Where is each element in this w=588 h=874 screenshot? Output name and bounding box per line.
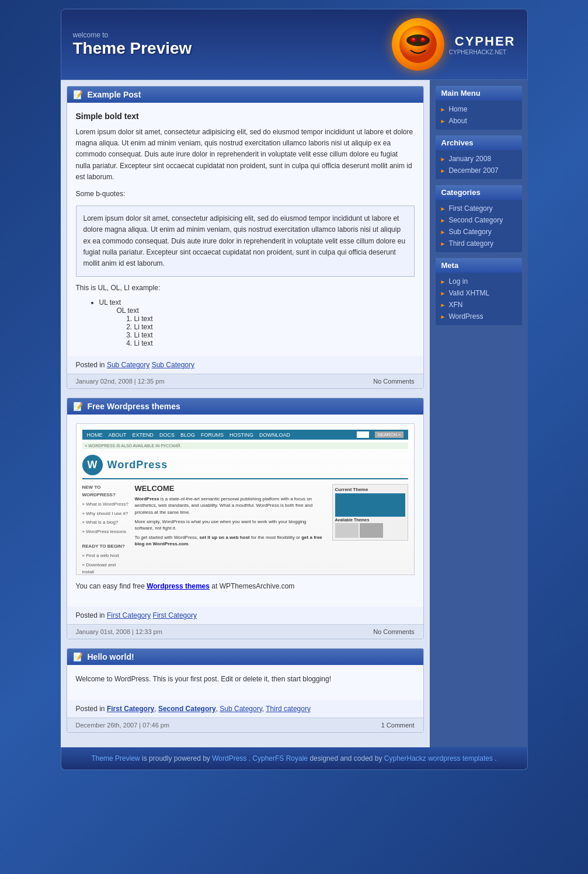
sidebar-item-third-cat[interactable]: ► Third category (436, 238, 522, 249)
header-logo: CYPHER CYPHERHACKZ.NET (392, 18, 516, 71)
cat-link-3-1[interactable]: First Category (107, 705, 154, 713)
arrow-about: ► (440, 118, 446, 124)
ol-list: Li text Li text Li text Li text (117, 315, 415, 347)
sidebar: Main Menu ► Home ► About Archives (430, 80, 528, 747)
sidebar-meta: Meta ► Log in ► Valid XHTML ► XFN (436, 258, 522, 325)
logo-icon (392, 18, 444, 71)
post-2-body: You can easy find free Wordpress themes … (76, 581, 415, 592)
cat-links-3: First Category, Second Category, Sub Cat… (107, 705, 311, 713)
ol-container: OL text Li text Li text Li text Li text (99, 307, 415, 347)
post-2-link[interactable]: Wordpress themes (147, 582, 210, 590)
post-date-3: December 26th, 2007 | 07:46 pm (76, 722, 170, 729)
footer-wp-link[interactable]: WordPress (212, 754, 246, 762)
content-area: 📝 Example Post Simple bold text Lorem ip… (61, 80, 430, 747)
cat-link-3-3[interactable]: Sub Category (220, 705, 262, 713)
footer-theme-link[interactable]: Theme Preview (91, 754, 140, 762)
first-cat-link[interactable]: First Category (153, 611, 197, 619)
cat-link-3-2[interactable]: Second Category (158, 705, 216, 713)
sidebar-item-sub-cat[interactable]: ► Sub Category (436, 226, 522, 238)
sub-cat-sidebar-link[interactable]: Sub Category (448, 228, 491, 236)
svg-point-1 (406, 34, 430, 46)
sidebar-item-login[interactable]: ► Log in (436, 276, 522, 287)
post-hello: 📝 Hello world! Welcome to WordPress. Thi… (67, 648, 424, 732)
wp-logo-text: WordPress (107, 459, 168, 471)
footer-wp-templates-link[interactable]: wordpress templates (428, 754, 493, 762)
wp-nav-hosting: HOSTING (229, 432, 253, 438)
meta-content: ► Log in ► Valid XHTML ► XFN ► WordPress (436, 273, 522, 325)
post-icon-1: 📝 (73, 90, 83, 99)
wordpress-link[interactable]: WordPress (448, 312, 483, 321)
li-item-3: Li text (134, 331, 415, 339)
footer-theme-name-link[interactable]: CypherFS Royale (252, 754, 308, 762)
wp-nav-about: ABOUT (109, 432, 127, 438)
sidebar-item-dec2007[interactable]: ► December 2007 (436, 165, 522, 176)
sidebar-item-wordpress[interactable]: ► WordPress (436, 311, 522, 322)
post-meta-3: December 26th, 2007 | 07:46 pm 1 Comment (67, 718, 423, 732)
sidebar-item-jan2008[interactable]: ► January 2008 (436, 153, 522, 165)
home-link[interactable]: Home (448, 105, 467, 113)
welcome-text: welcome to (73, 31, 192, 39)
post-example: 📝 Example Post Simple bold text Lorem ip… (67, 86, 424, 389)
post-bold-heading: Simple bold text (76, 112, 415, 121)
jan2008-link[interactable]: January 2008 (448, 155, 491, 163)
second-cat-sidebar-link[interactable]: Second Category (448, 216, 503, 224)
third-cat-sidebar-link[interactable]: Third category (448, 239, 493, 248)
comments-link-1[interactable]: No Comments (373, 378, 414, 385)
wp-search-button[interactable]: SEARCH » (375, 431, 403, 438)
post-title-3: Hello world! (88, 652, 134, 661)
xhtml-link[interactable]: Valid XHTML (448, 289, 489, 297)
post-content-2: HOME ABOUT EXTEND DOCS BLOG FORUMS HOSTI… (67, 415, 423, 607)
post-2-text1: You can easy find free (76, 582, 147, 590)
dec2007-link[interactable]: December 2007 (448, 166, 498, 175)
category-link-1[interactable]: Sub Category (107, 361, 149, 369)
blockquote-1: Lorem ipsum dolor sit amet, consectetur … (76, 206, 415, 277)
post-title-bar-2: 📝 Free Wordpress themes (67, 398, 423, 415)
sidebar-item-xfn[interactable]: ► XFN (436, 299, 522, 311)
ol-label: OL text (117, 307, 415, 315)
post-meta-2: January 01st, 2008 | 12:33 pm No Comment… (67, 624, 423, 639)
header-branding: welcome to Theme Preview (73, 31, 192, 58)
logo-name: CYPHER (455, 34, 516, 49)
archives-content: ► January 2008 ► December 2007 (436, 150, 522, 179)
wp-available-notice: » WORDPRESS IS ALSO AVAILABLE IN РУССКИЙ… (82, 443, 408, 449)
wp-current-theme: Current Theme Available Themes (332, 484, 408, 541)
wp-nav-forums: FORUMS (201, 432, 224, 438)
sidebar-main-menu: Main Menu ► Home ► About (436, 86, 522, 130)
sidebar-item-first-cat[interactable]: ► First Category (436, 203, 522, 214)
wp-search-box[interactable] (357, 431, 370, 438)
category-link-2[interactable]: First Category (107, 611, 151, 619)
list-label: This is UL, OL, LI example: (76, 283, 415, 294)
site-title: Theme Preview (73, 39, 192, 57)
logo-subtext: CYPHERHACKZ.NET (449, 49, 516, 55)
archives-title: Archives (436, 135, 522, 150)
sidebar-item-xhtml[interactable]: ► Valid XHTML (436, 287, 522, 299)
comments-link-2[interactable]: No Comments (373, 628, 414, 635)
sidebar-item-home[interactable]: ► Home (436, 103, 522, 115)
list-container: UL text OL text Li text Li text Li text … (88, 298, 415, 347)
login-link[interactable]: Log in (448, 277, 468, 285)
comments-link-3[interactable]: 1 Comment (381, 722, 415, 729)
footer-cypherhackz-link[interactable]: CypherHackz (384, 754, 426, 762)
arrow-jan2008: ► (440, 156, 446, 162)
xfn-link[interactable]: XFN (448, 301, 462, 309)
post-footer-1: Posted in Sub Category Sub Category (67, 356, 423, 374)
post-date-2: January 01st, 2008 | 12:33 pm (76, 628, 162, 635)
sidebar-item-about[interactable]: ► About (436, 115, 522, 127)
post-paragraph-1: Lorem ipsum dolor sit amet, consectetur … (76, 127, 415, 183)
wp-body: NEW TO WORDPRESS? » What is WordPress? »… (82, 484, 408, 574)
about-link[interactable]: About (448, 117, 467, 125)
ul-list: UL text OL text Li text Li text Li text … (88, 298, 415, 347)
post-title-bar-1: 📝 Example Post (67, 86, 423, 103)
main-menu-content: ► Home ► About (436, 100, 522, 130)
first-cat-sidebar-link[interactable]: First Category (448, 204, 492, 213)
categories-title: Categories (436, 185, 522, 200)
cat-link-3-4[interactable]: Third category (266, 705, 311, 713)
sidebar-item-second-cat[interactable]: ► Second Category (436, 214, 522, 226)
main-menu-title: Main Menu (436, 86, 522, 100)
wp-screenshot-inner: HOME ABOUT EXTEND DOCS BLOG FORUMS HOSTI… (76, 424, 414, 574)
categories-content: ► First Category ► Second Category ► Sub… (436, 200, 522, 252)
post-footer-3: Posted in First Category, Second Categor… (67, 700, 423, 718)
sub-cat-link[interactable]: Sub Category (152, 361, 194, 369)
arrow-login: ► (440, 278, 446, 285)
ul-item: UL text (99, 298, 415, 307)
